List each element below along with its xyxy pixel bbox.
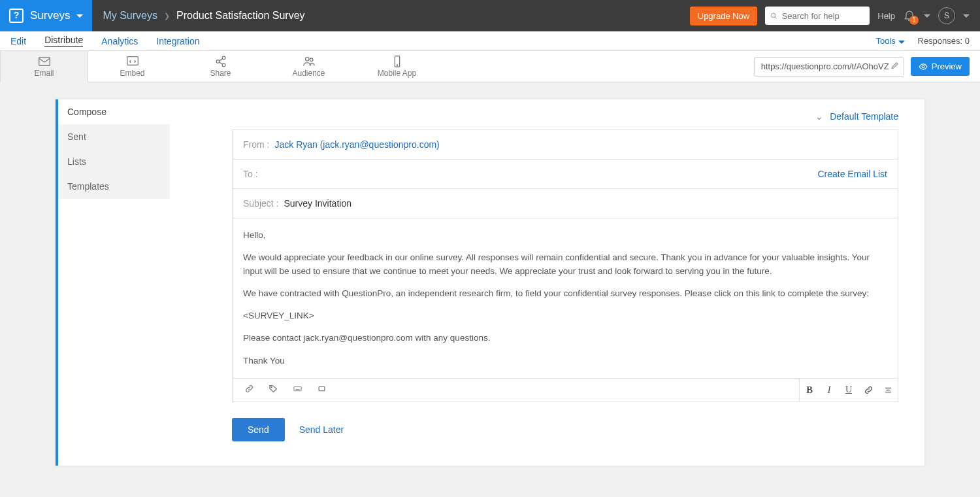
svg-point-7 xyxy=(305,58,309,61)
sidebar-item-sent[interactable]: Sent xyxy=(58,124,170,149)
svg-point-6 xyxy=(222,63,225,67)
insert-link-icon[interactable] xyxy=(244,384,254,396)
subject-value[interactable]: Survey Invitation xyxy=(284,198,351,209)
logo-icon xyxy=(9,9,24,23)
breadcrumb-root[interactable]: My Surveys xyxy=(103,10,157,22)
preview-button[interactable]: Preview xyxy=(911,57,970,76)
email-icon xyxy=(37,54,52,69)
underline-button[interactable]: U xyxy=(839,378,858,402)
svg-line-1 xyxy=(775,16,776,18)
subnav-share[interactable]: Share xyxy=(176,51,265,82)
from-label: From : xyxy=(243,139,269,150)
topbar: Surveys My Surveys ❯ Product Satisfactio… xyxy=(0,0,980,31)
subnav-mobile[interactable]: Mobile App xyxy=(353,51,441,82)
subject-row[interactable]: Subject : Survey Invitation xyxy=(233,189,898,218)
tag-icon[interactable] xyxy=(269,384,278,396)
search-icon xyxy=(770,12,777,20)
search-input[interactable] xyxy=(782,11,865,21)
frame-icon[interactable] xyxy=(317,384,327,396)
survey-url-box[interactable]: https://questionpro.com/t/AOhoVZ xyxy=(754,57,904,77)
body-p2: We would appreciate your feedback in our… xyxy=(243,251,887,278)
notifications-button[interactable]: 1 xyxy=(903,9,916,24)
chevron-right-icon: ❯ xyxy=(164,12,170,20)
svg-rect-20 xyxy=(319,387,325,391)
notif-badge: 1 xyxy=(909,16,919,25)
create-email-list-link[interactable]: Create Email List xyxy=(817,169,887,179)
eye-icon xyxy=(919,62,928,71)
compose-actions: Send Send Later xyxy=(232,418,898,441)
to-row[interactable]: To : Create Email List xyxy=(233,160,898,189)
body-p3: We have contracted with QuestionPro, an … xyxy=(243,287,887,300)
caret-down-icon xyxy=(76,14,83,18)
email-body[interactable]: Hello, We would appreciate your feedback… xyxy=(233,218,898,378)
italic-button[interactable]: I xyxy=(819,378,839,402)
sidebar-item-compose[interactable]: Compose xyxy=(58,99,170,124)
share-icon xyxy=(214,54,228,69)
brand-label: Surveys xyxy=(30,9,70,22)
svg-point-5 xyxy=(216,60,220,63)
subnav-email[interactable]: Email xyxy=(0,51,88,82)
breadcrumb: My Surveys ❯ Product Satisfaction Survey xyxy=(92,10,315,22)
compose-form: From : Jack Ryan (jack.ryan@questionpro.… xyxy=(232,129,898,402)
topbar-right: Upgrade Now Help 1 S xyxy=(690,7,980,26)
body-p4: <SURVEY_LINK> xyxy=(243,309,887,322)
sidebar-item-templates[interactable]: Templates xyxy=(58,174,170,199)
send-later-link[interactable]: Send Later xyxy=(299,424,344,435)
sidebar-item-lists[interactable]: Lists xyxy=(58,149,170,174)
svg-point-12 xyxy=(271,387,272,388)
from-row: From : Jack Ryan (jack.ryan@questionpro.… xyxy=(233,130,898,160)
tab-integration[interactable]: Integration xyxy=(156,36,199,46)
workspace: Compose Sent Lists Templates ⌄ Default T… xyxy=(0,82,980,483)
chevron-down-icon: ⌄ xyxy=(815,111,823,122)
template-dropdown[interactable]: ⌄ Default Template xyxy=(232,111,898,122)
embed-icon xyxy=(125,54,140,69)
svg-point-0 xyxy=(772,13,776,18)
main-nav: Edit Distribute Analytics Integration To… xyxy=(0,31,980,51)
compose-card: Compose Sent Lists Templates ⌄ Default T… xyxy=(56,99,924,466)
svg-point-4 xyxy=(222,56,225,60)
svg-rect-2 xyxy=(39,58,50,66)
svg-point-8 xyxy=(310,58,313,61)
audience-icon xyxy=(302,54,316,69)
tab-edit[interactable]: Edit xyxy=(10,36,26,46)
notif-caret-icon xyxy=(924,14,930,18)
responses-count[interactable]: Responses: 0 xyxy=(918,36,970,46)
user-avatar[interactable]: S xyxy=(938,7,955,24)
keyboard-icon[interactable] xyxy=(293,384,302,396)
body-p1: Hello, xyxy=(243,229,887,242)
subnav-embed[interactable]: Embed xyxy=(88,51,176,82)
svg-rect-13 xyxy=(294,387,301,391)
body-p6: Thank You xyxy=(243,354,887,368)
upgrade-button[interactable]: Upgrade Now xyxy=(690,7,758,26)
page-title: Product Satisfaction Survey xyxy=(176,10,305,22)
mobile-icon xyxy=(390,54,404,69)
editor-toolbar: B I U xyxy=(233,378,898,402)
survey-url: https://questionpro.com/t/AOhoVZ xyxy=(761,61,889,71)
body-p5: Please contact jack.ryan@questionpro.com… xyxy=(243,332,887,345)
subnav-right: https://questionpro.com/t/AOhoVZ Preview xyxy=(754,57,980,77)
subnav-audience[interactable]: Audience xyxy=(265,51,353,82)
from-value[interactable]: Jack Ryan (jack.ryan@questionpro.com) xyxy=(274,139,439,150)
compose-main: ⌄ Default Template From : Jack Ryan (jac… xyxy=(170,99,924,466)
tools-dropdown[interactable]: Tools xyxy=(876,36,905,46)
brand-dropdown[interactable]: Surveys xyxy=(0,0,92,31)
align-button[interactable] xyxy=(878,378,898,402)
email-sidebar: Compose Sent Lists Templates xyxy=(56,99,170,466)
to-label: To : xyxy=(243,169,258,179)
link-button[interactable] xyxy=(858,378,878,402)
bold-button[interactable]: B xyxy=(800,378,819,402)
tab-distribute[interactable]: Distribute xyxy=(44,35,83,47)
tab-analytics[interactable]: Analytics xyxy=(101,36,138,46)
nav-right: Tools Responses: 0 xyxy=(876,36,970,46)
avatar-caret-icon xyxy=(963,14,970,18)
distribute-subnav: Email Embed Share Audience Mobile App ht… xyxy=(0,51,980,82)
caret-down-icon xyxy=(898,41,905,44)
svg-point-11 xyxy=(922,65,924,68)
subject-label: Subject : xyxy=(243,198,278,209)
svg-rect-3 xyxy=(127,57,138,65)
svg-point-10 xyxy=(397,65,397,65)
search-help-box[interactable] xyxy=(765,7,870,25)
edit-url-icon[interactable] xyxy=(890,61,900,72)
send-button[interactable]: Send xyxy=(232,418,285,441)
help-link[interactable]: Help xyxy=(877,11,895,21)
